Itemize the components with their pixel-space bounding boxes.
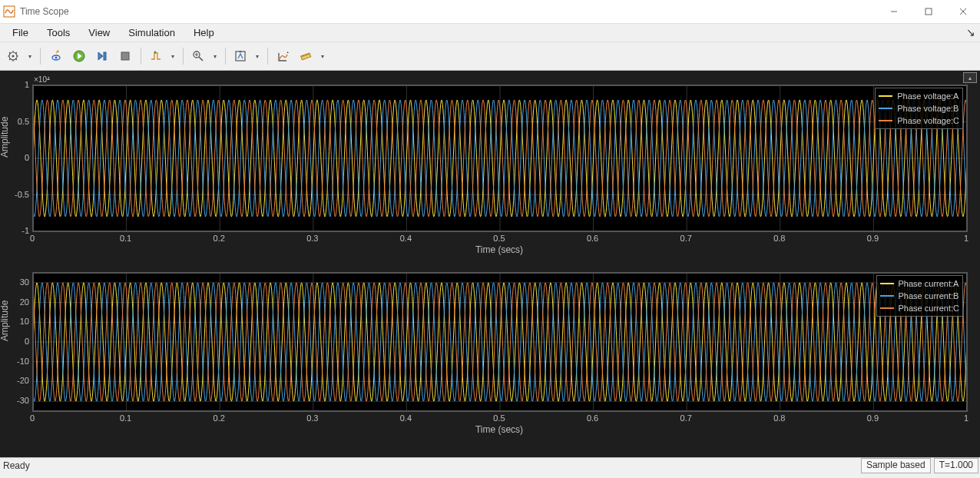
svg-point-14 — [12, 55, 14, 57]
statusbar: Ready Sample based T=1.000 — [0, 457, 980, 473]
zoom-icon[interactable] — [188, 45, 220, 67]
xtick: 0.3 — [306, 413, 318, 423]
step-icon[interactable] — [91, 45, 113, 67]
svg-line-34 — [308, 54, 309, 55]
axes-1[interactable]: -30-20-10010203000.10.20.30.40.50.60.70.… — [32, 272, 966, 410]
menu-help[interactable]: Help — [186, 25, 222, 40]
svg-line-12 — [9, 59, 11, 61]
ylabel: Amplitude — [0, 300, 10, 341]
xtick: 0.5 — [493, 413, 505, 423]
svg-marker-19 — [98, 52, 103, 60]
legend[interactable]: Phase current:APhase current:BPhase curr… — [876, 275, 963, 317]
xtick: 0.4 — [400, 413, 412, 423]
ytick: -30 — [3, 396, 29, 405]
dock-arrow-icon[interactable]: ↘ — [966, 26, 975, 38]
toolbar-separator — [40, 48, 41, 65]
y-exponent: ×10⁴ — [34, 75, 50, 84]
svg-line-10 — [9, 52, 11, 54]
menu-tools[interactable]: Tools — [39, 25, 78, 40]
minimize-button[interactable] — [876, 0, 911, 22]
xtick: 1 — [964, 413, 968, 423]
legend-label: Phase current:A — [899, 279, 959, 288]
legend-swatch — [879, 95, 892, 97]
ytick: -10 — [3, 357, 29, 366]
ytick: -20 — [3, 376, 29, 385]
xtick: 0 — [30, 413, 35, 423]
ytick: -0.5 — [3, 190, 29, 199]
xtick: 0.3 — [306, 234, 318, 243]
legend-label: Phase current:B — [899, 291, 959, 300]
legend-label: Phase voltage:C — [897, 116, 959, 125]
legend-swatch — [879, 108, 892, 109]
legend-label: Phase voltage:B — [897, 104, 958, 113]
menu-file[interactable]: File — [5, 25, 36, 40]
xtick: 0.1 — [120, 234, 131, 243]
svg-line-13 — [16, 52, 18, 54]
status-ready: Ready — [2, 460, 30, 471]
legend-entry: Phase current:A — [880, 277, 959, 290]
svg-rect-2 — [925, 8, 932, 15]
legend-swatch — [880, 307, 894, 309]
menubar: File Tools View Simulation Help ↘ — [0, 24, 980, 41]
cursors-icon[interactable] — [273, 45, 294, 67]
legend-swatch — [880, 283, 894, 284]
menu-simulation[interactable]: Simulation — [121, 25, 183, 40]
plot-canvas[interactable] — [32, 272, 968, 412]
svg-line-30 — [303, 55, 303, 57]
xtick: 0.9 — [867, 234, 879, 243]
toolbar-separator — [225, 48, 226, 65]
legend-entry: Phase voltage:C — [879, 115, 959, 127]
toolbar-separator — [141, 48, 141, 65]
axes-0[interactable]: ×10⁴-1-0.500.5100.10.20.30.40.50.60.70.8… — [32, 85, 966, 231]
expand-icon[interactable]: ▴ — [963, 72, 977, 83]
ylabel: Amplitude — [0, 117, 10, 158]
svg-line-32 — [305, 55, 306, 56]
menu-view[interactable]: View — [81, 25, 118, 40]
xtick: 0.9 — [867, 413, 879, 423]
svg-rect-20 — [104, 52, 106, 60]
status-mode: Sample based — [861, 458, 931, 473]
svg-line-31 — [303, 55, 304, 57]
toolbar — [0, 41, 980, 71]
maximize-button[interactable] — [911, 0, 945, 22]
window-title: Time Scope — [20, 6, 69, 17]
legend-swatch — [880, 295, 894, 297]
stop-icon[interactable] — [114, 45, 136, 67]
triggers-icon[interactable] — [146, 45, 178, 67]
autoscale-icon[interactable] — [230, 45, 263, 67]
plot-canvas[interactable] — [32, 85, 968, 232]
xtick: 0.7 — [680, 234, 692, 243]
xtick: 0.5 — [493, 234, 505, 243]
xtick: 0.1 — [120, 413, 131, 423]
config-icon[interactable] — [3, 45, 35, 67]
xlabel: Time (secs) — [475, 244, 523, 255]
xtick: 0.7 — [680, 413, 692, 423]
svg-line-11 — [16, 59, 18, 61]
xtick: 0.6 — [587, 234, 598, 243]
legend-label: Phase voltage:A — [897, 91, 958, 101]
close-button[interactable] — [945, 0, 980, 22]
ytick: 30 — [3, 277, 29, 287]
legend-entry: Phase current:C — [880, 302, 959, 314]
legend[interactable]: Phase voltage:APhase voltage:BPhase volt… — [875, 88, 963, 129]
legend-entry: Phase voltage:A — [879, 90, 959, 102]
legend-entry: Phase current:B — [880, 290, 959, 302]
toolbar-separator — [267, 48, 268, 65]
svg-rect-21 — [121, 52, 129, 60]
app-icon — [3, 5, 15, 18]
ytick: 1 — [3, 80, 29, 89]
svg-point-22 — [154, 51, 157, 54]
xtick: 0.4 — [400, 234, 412, 243]
ytick: -1 — [3, 226, 29, 235]
highlight-icon[interactable] — [45, 45, 67, 67]
xtick: 0.6 — [587, 413, 598, 423]
toolbar-separator — [183, 48, 184, 65]
xtick: 1 — [964, 234, 968, 243]
run-icon[interactable] — [68, 45, 90, 67]
measure-icon[interactable] — [296, 45, 328, 67]
xtick: 0.2 — [214, 413, 225, 423]
svg-point-16 — [55, 57, 58, 59]
status-time: T=1.000 — [934, 458, 978, 473]
xtick: 0.2 — [214, 234, 225, 243]
plot-area: ▴ ×10⁴-1-0.500.5100.10.20.30.40.50.60.70… — [0, 71, 980, 457]
